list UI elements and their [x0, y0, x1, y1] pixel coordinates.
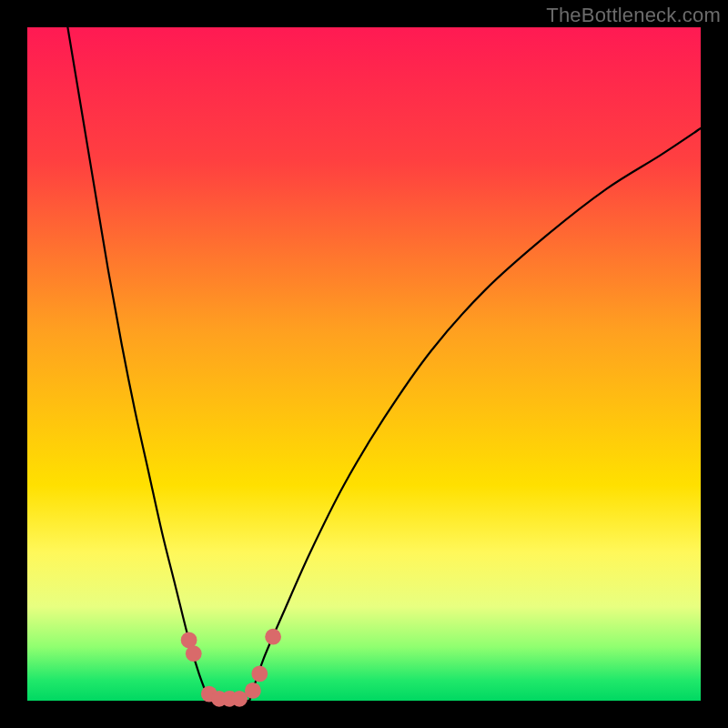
- marker-dot: [265, 629, 281, 645]
- series-right-curve: [249, 128, 701, 701]
- marker-dot: [186, 645, 202, 662]
- marker-dot: [231, 691, 248, 707]
- series-left-curve: [67, 27, 208, 701]
- marker-dot: [251, 666, 268, 682]
- marker-dot: [245, 682, 261, 699]
- watermark-text: TheBottleneck.com: [546, 4, 721, 27]
- curves-layer: [27, 27, 701, 701]
